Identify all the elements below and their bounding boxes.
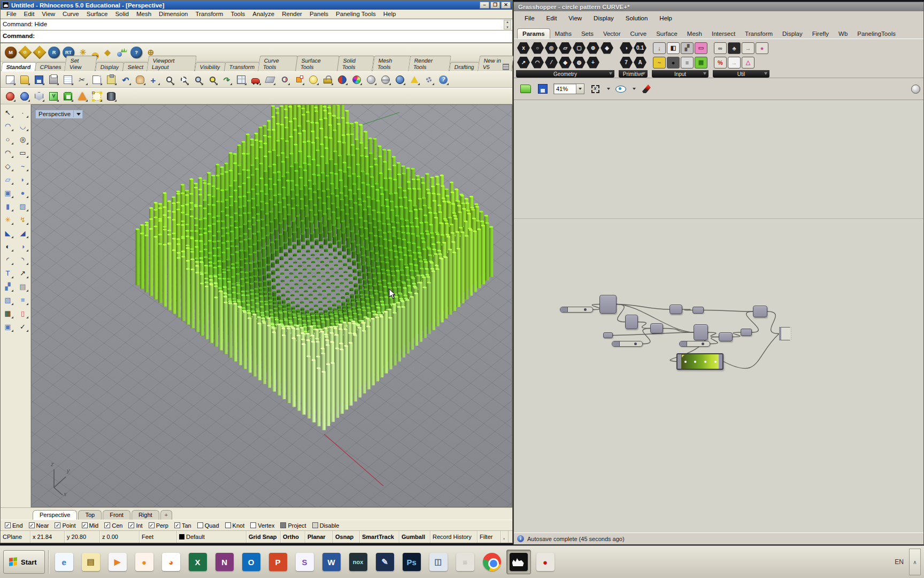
- osnap-mid-checkbox[interactable]: ✓: [82, 522, 88, 528]
- chevron-down-icon[interactable]: [76, 113, 81, 116]
- cut-button[interactable]: [76, 73, 89, 86]
- diamond-icon[interactable]: ◆: [102, 47, 113, 58]
- palette-group-label-util[interactable]: Util: [713, 70, 769, 78]
- print-button[interactable]: [47, 73, 60, 86]
- toolbar-tab-display[interactable]: Display: [95, 62, 125, 71]
- scale-tool-button[interactable]: ↗: [16, 267, 29, 279]
- osnap-knot-checkbox[interactable]: [225, 522, 231, 528]
- osnap-project-checkbox[interactable]: [280, 522, 286, 528]
- status--[interactable]: ,: [501, 531, 509, 543]
- zoom-in-button[interactable]: [163, 73, 175, 86]
- render-ball-3-button[interactable]: [394, 73, 406, 86]
- integer-param-icon[interactable]: 7: [620, 57, 633, 69]
- osnap-toggle-icon[interactable]: O: [18, 45, 32, 59]
- zoom-dynamic-button[interactable]: [177, 73, 190, 86]
- status-grid-snap[interactable]: Grid Snap: [247, 531, 281, 543]
- toolbar-grid-icon[interactable]: [503, 64, 509, 70]
- gh-menu-edit[interactable]: Edit: [541, 14, 563, 22]
- taskbar-orange-ball-app-button[interactable]: ●: [132, 550, 157, 574]
- status-gumball[interactable]: Gumball: [399, 531, 430, 543]
- gh-tab-mesh[interactable]: Mesh: [682, 29, 707, 39]
- status-filter[interactable]: Filter: [478, 531, 501, 543]
- status-y-20-80[interactable]: y 20.80: [65, 531, 100, 543]
- perspective-viewport[interactable]: Perspective z y x: [31, 104, 512, 507]
- rhino-titlebar[interactable]: Untitled - Rhinoceros 5.0 Educational - …: [1, 1, 512, 10]
- gh-node-comp-g[interactable]: [741, 329, 752, 336]
- gh-menu-help[interactable]: Help: [654, 14, 677, 22]
- flash-tool-button[interactable]: ↯: [16, 214, 29, 226]
- gh-node-param-b[interactable]: [692, 307, 704, 314]
- taskbar-outlook-button[interactable]: O: [239, 550, 264, 574]
- gh-tab-curve[interactable]: Curve: [626, 29, 652, 39]
- render-icon[interactable]: R: [48, 47, 60, 58]
- gh-node-comp-a[interactable]: [599, 295, 617, 314]
- cplane-button[interactable]: [264, 73, 276, 86]
- split-tool-button[interactable]: ◢: [16, 227, 29, 239]
- new-viewport-tab-button[interactable]: +: [160, 510, 172, 520]
- osnap-vertex-checkbox[interactable]: [250, 522, 256, 528]
- zoom-dropdown-icon[interactable]: [576, 84, 584, 94]
- surface-twist-tool-button[interactable]: ▨: [16, 200, 29, 212]
- point-tool-button[interactable]: ·: [16, 107, 29, 119]
- osnap-quad-checkbox[interactable]: [197, 522, 203, 528]
- group-param-icon[interactable]: +: [587, 57, 599, 69]
- menu-edit[interactable]: Edit: [20, 10, 38, 18]
- osnap-near-checkbox[interactable]: ✓: [29, 522, 35, 528]
- vector-param-icon[interactable]: ↗: [517, 57, 530, 69]
- gh-node-gradient[interactable]: [676, 353, 723, 370]
- item-list-icon[interactable]: ≡: [681, 57, 694, 69]
- osnap-near[interactable]: ✓Near: [29, 522, 49, 529]
- number-param-icon[interactable]: 0.1: [634, 42, 646, 54]
- taskbar-chrome-button[interactable]: [480, 550, 504, 574]
- status-cplane[interactable]: CPlane: [1, 531, 30, 543]
- zoom-extents-button[interactable]: [589, 82, 602, 95]
- box-param-icon[interactable]: ▢: [573, 42, 586, 54]
- curve-tool-button[interactable]: ◠: [1, 120, 14, 132]
- close-button[interactable]: ✕: [501, 2, 511, 9]
- command-history[interactable]: Command: Hide ▲▼: [1, 19, 512, 31]
- properties-button[interactable]: [61, 73, 74, 86]
- boolean-param-icon[interactable]: ◑: [620, 42, 633, 54]
- undo-button[interactable]: [119, 73, 132, 86]
- toolbar-tab-visibility[interactable]: Visibility: [195, 62, 226, 71]
- filter-icon[interactable]: F: [33, 45, 47, 59]
- osnap-disable[interactable]: Disable: [312, 522, 340, 529]
- osnap-end-checkbox[interactable]: ✓: [5, 522, 11, 528]
- taskbar-internet-explorer-button[interactable]: e: [52, 550, 76, 574]
- render-settings-icon[interactable]: [911, 85, 920, 94]
- boolean-toggle-icon[interactable]: ◧: [667, 42, 680, 54]
- taskbar-faded-app-button[interactable]: ≡: [453, 550, 478, 574]
- gh-menu-display[interactable]: Display: [588, 14, 619, 22]
- paste-button[interactable]: [105, 73, 118, 86]
- lock-button[interactable]: [321, 73, 334, 86]
- relay-icon[interactable]: →: [742, 42, 754, 54]
- toolbar-tab-render-tools[interactable]: Render Tools: [408, 56, 451, 71]
- copy-button[interactable]: [90, 73, 103, 86]
- gh-tab-panelingtools[interactable]: PanelingTools: [852, 29, 900, 39]
- explode-tool-button[interactable]: ✳: [1, 214, 14, 226]
- palette-group-label-primitive[interactable]: Primitive: [619, 70, 648, 78]
- canvas-paint-button[interactable]: [640, 82, 653, 95]
- boolean-intersect-tool-button[interactable]: ◑: [16, 240, 29, 253]
- array-linear-tool-button[interactable]: ▯: [16, 307, 29, 320]
- number-slider-icon[interactable]: ↓: [653, 42, 666, 54]
- sphere-param-icon[interactable]: ◍: [573, 57, 586, 69]
- trim-tool-button[interactable]: ◣: [1, 227, 14, 239]
- macro-icon[interactable]: M: [5, 47, 17, 58]
- scroll-up-icon[interactable]: ▲: [504, 20, 511, 24]
- value-list-icon[interactable]: ~: [653, 57, 666, 69]
- osnap-quad[interactable]: Quad: [197, 522, 219, 529]
- gh-tab-params[interactable]: Params: [517, 28, 550, 39]
- flask-icon[interactable]: △: [742, 57, 754, 69]
- osnap-cen[interactable]: ✓Cen: [104, 522, 122, 529]
- help-icon[interactable]: ?: [130, 47, 142, 58]
- freeform-curve-tool-button[interactable]: ~: [16, 160, 29, 172]
- toolbar-tab-curve-tools[interactable]: Curve Tools: [258, 56, 298, 71]
- project-tool-button[interactable]: ≡: [16, 294, 29, 306]
- curve-param-icon[interactable]: ◎: [545, 42, 558, 54]
- osnap-cen-checkbox[interactable]: ✓: [104, 522, 110, 528]
- pt-open-box-button[interactable]: [61, 90, 74, 103]
- menu-paneling-tools[interactable]: Paneling Tools: [332, 10, 380, 18]
- viewport-tab-front[interactable]: Front: [103, 510, 130, 520]
- named-view-button[interactable]: [249, 73, 262, 86]
